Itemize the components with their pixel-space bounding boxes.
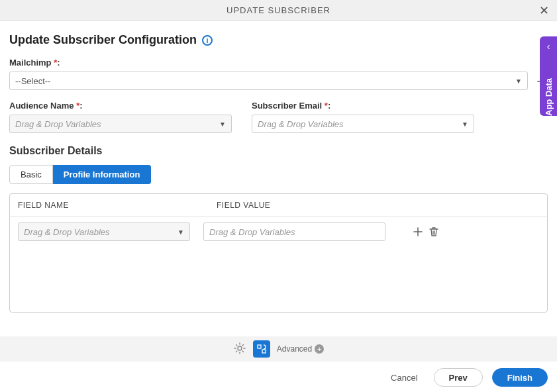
plus-circle-icon: + (315, 344, 324, 354)
dropdown-caret-icon: ▼ (462, 121, 468, 128)
page-title-row: Update Subscriber Configuration i (9, 33, 548, 47)
audience-name-col: Audience Name *: Drag & Drop Variables ▼ (9, 101, 232, 133)
subscriber-email-placeholder: Drag & Drop Variables (258, 119, 344, 129)
subscriber-details-heading: Subscriber Details (9, 145, 548, 157)
chevron-left-icon: ‹ (547, 42, 550, 51)
audience-name-placeholder: Drag & Drop Variables (15, 119, 101, 129)
mailchimp-row: --Select-- ▼ ＋ (9, 72, 548, 90)
modal-title: UPDATE SUBSCRIBER (227, 5, 330, 15)
mailchimp-select-value: --Select-- (15, 76, 50, 86)
svg-rect-2 (262, 350, 266, 353)
audience-name-label: Audience Name *: (9, 101, 232, 111)
info-icon[interactable]: i (202, 35, 213, 46)
subscriber-email-col: Subscriber Email *: Drag & Drop Variable… (252, 101, 474, 133)
dropdown-caret-icon: ▼ (219, 121, 226, 128)
app-data-label: App Data (544, 59, 554, 116)
required-marker: * (76, 101, 79, 111)
svg-rect-1 (258, 345, 261, 348)
svg-point-0 (238, 346, 242, 350)
tab-basic[interactable]: Basic (9, 165, 53, 184)
modal-header: UPDATE SUBSCRIBER ✕ (0, 0, 557, 21)
tab-profile-information[interactable]: Profile Information (53, 165, 152, 184)
audience-email-row: Audience Name *: Drag & Drop Variables ▼… (9, 101, 548, 133)
footer-bar: Advanced + (0, 336, 557, 362)
column-field-name: FIELD NAME (18, 201, 217, 210)
advanced-toggle[interactable]: Advanced + (277, 344, 324, 354)
subscriber-email-label: Subscriber Email *: (252, 101, 474, 111)
column-field-value: FIELD VALUE (217, 201, 539, 210)
content: Update Subscriber Configuration i Mailch… (0, 21, 557, 313)
details-header: FIELD NAME FIELD VALUE (10, 194, 547, 217)
cancel-button[interactable]: Cancel (384, 369, 424, 387)
app-data-side-tab[interactable]: ‹ App Data (540, 36, 557, 116)
row-actions (412, 226, 440, 238)
mailchimp-select[interactable]: --Select-- ▼ (9, 72, 528, 90)
blueprint-icon[interactable] (253, 340, 270, 358)
prev-button[interactable]: Prev (434, 368, 483, 387)
page-title: Update Subscriber Configuration (9, 33, 197, 47)
field-name-placeholder: Drag & Drop Variables (24, 227, 110, 237)
required-marker: * (54, 58, 57, 68)
close-icon[interactable]: ✕ (537, 4, 550, 17)
details-row: Drag & Drop Variables ▼ Drag & Drop Vari… (10, 217, 547, 246)
field-value-placeholder: Drag & Drop Variables (209, 227, 295, 237)
subscriber-details-tabs: Basic Profile Information (9, 165, 548, 184)
required-marker: * (325, 101, 328, 111)
add-row-icon[interactable] (412, 226, 424, 238)
field-value-input[interactable]: Drag & Drop Variables (203, 222, 385, 241)
dropdown-caret-icon: ▼ (177, 228, 184, 236)
subscriber-details-panel: FIELD NAME FIELD VALUE Drag & Drop Varia… (9, 193, 548, 313)
button-row: Cancel Prev Finish (384, 368, 548, 387)
delete-row-icon[interactable] (428, 226, 440, 238)
dropdown-caret-icon: ▼ (515, 77, 522, 85)
audience-name-input[interactable]: Drag & Drop Variables ▼ (9, 115, 232, 133)
subscriber-email-input[interactable]: Drag & Drop Variables ▼ (252, 115, 474, 133)
gear-icon[interactable] (233, 342, 246, 357)
mailchimp-label: Mailchimp *: (9, 58, 548, 68)
field-name-input[interactable]: Drag & Drop Variables ▼ (18, 222, 190, 241)
finish-button[interactable]: Finish (492, 368, 548, 387)
